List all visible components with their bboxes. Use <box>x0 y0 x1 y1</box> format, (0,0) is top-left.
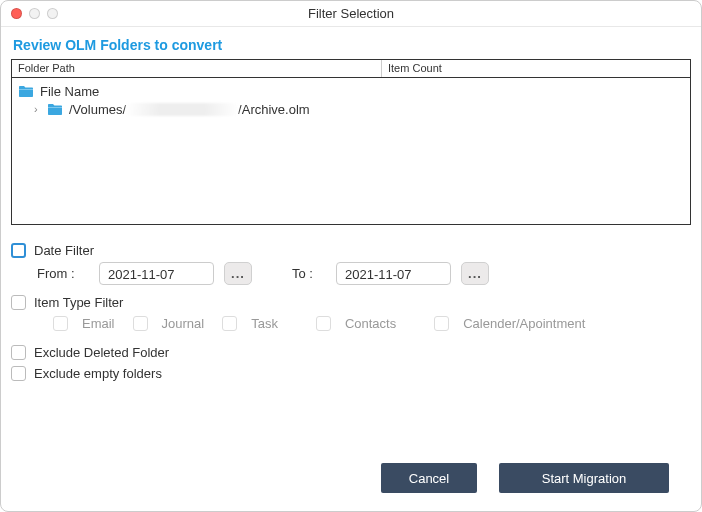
column-folder-path[interactable]: Folder Path <box>12 60 382 77</box>
folder-tree[interactable]: File Name › /Volumes//Archive.olm <box>11 77 691 225</box>
ellipsis-icon: ... <box>468 266 482 281</box>
tree-root-row[interactable]: File Name <box>16 82 686 100</box>
path-suffix: /Archive.olm <box>238 102 310 117</box>
type-contacts-checkbox <box>316 316 331 331</box>
window-title: Filter Selection <box>1 6 701 21</box>
to-date-input[interactable]: 2021-11-07 <box>336 262 451 285</box>
exclude-deleted-checkbox[interactable] <box>11 345 26 360</box>
exclude-deleted-label: Exclude Deleted Folder <box>34 345 169 360</box>
path-redacted <box>126 103 238 116</box>
type-email-option: Email <box>53 316 115 331</box>
item-types-row: Email Journal Task Contacts Calender/Apo… <box>53 316 691 331</box>
window: Filter Selection Review OLM Folders to c… <box>0 0 702 512</box>
exclude-empty-label: Exclude empty folders <box>34 366 162 381</box>
item-type-filter-row: Item Type Filter <box>11 295 691 310</box>
from-date-input[interactable]: 2021-11-07 <box>99 262 214 285</box>
type-calendar-checkbox <box>434 316 449 331</box>
exclude-group: Exclude Deleted Folder Exclude empty fol… <box>11 345 691 381</box>
exclude-empty-checkbox[interactable] <box>11 366 26 381</box>
type-email-label: Email <box>82 316 115 331</box>
type-journal-label: Journal <box>162 316 205 331</box>
path-prefix: /Volumes/ <box>69 102 126 117</box>
section-title: Review OLM Folders to convert <box>13 37 691 53</box>
to-label: To : <box>292 266 322 281</box>
cancel-button[interactable]: Cancel <box>381 463 477 493</box>
tree-item-row[interactable]: › /Volumes//Archive.olm <box>16 100 686 118</box>
chevron-right-icon[interactable]: › <box>34 103 44 115</box>
type-journal-checkbox <box>133 316 148 331</box>
to-date-picker-button[interactable]: ... <box>461 262 489 285</box>
start-migration-button[interactable]: Start Migration <box>499 463 669 493</box>
filters: Date Filter From : 2021-11-07 ... To : 2… <box>11 243 691 387</box>
date-filter-row: Date Filter <box>11 243 691 258</box>
from-date-picker-button[interactable]: ... <box>224 262 252 285</box>
type-calendar-option: Calender/Apointment <box>434 316 585 331</box>
date-filter-checkbox[interactable] <box>11 243 26 258</box>
type-contacts-option: Contacts <box>316 316 396 331</box>
content: Review OLM Folders to convert Folder Pat… <box>1 27 701 511</box>
date-filter-label: Date Filter <box>34 243 94 258</box>
exclude-deleted-row: Exclude Deleted Folder <box>11 345 691 360</box>
item-type-filter-label: Item Type Filter <box>34 295 123 310</box>
item-type-filter-checkbox[interactable] <box>11 295 26 310</box>
date-range-row: From : 2021-11-07 ... To : 2021-11-07 ..… <box>37 262 691 285</box>
from-label: From : <box>37 266 85 281</box>
type-journal-option: Journal <box>133 316 205 331</box>
titlebar: Filter Selection <box>1 1 701 27</box>
footer: Cancel Start Migration <box>11 457 691 501</box>
ellipsis-icon: ... <box>231 266 245 281</box>
type-calendar-label: Calender/Apointment <box>463 316 585 331</box>
exclude-empty-row: Exclude empty folders <box>11 366 691 381</box>
type-contacts-label: Contacts <box>345 316 396 331</box>
type-task-option: Task <box>222 316 278 331</box>
tree-header: Folder Path Item Count <box>11 59 691 77</box>
folder-icon <box>18 84 34 98</box>
type-task-label: Task <box>251 316 278 331</box>
folder-icon <box>47 102 63 116</box>
column-item-count[interactable]: Item Count <box>382 60 448 77</box>
type-email-checkbox <box>53 316 68 331</box>
type-task-checkbox <box>222 316 237 331</box>
tree-root-label: File Name <box>40 84 99 99</box>
